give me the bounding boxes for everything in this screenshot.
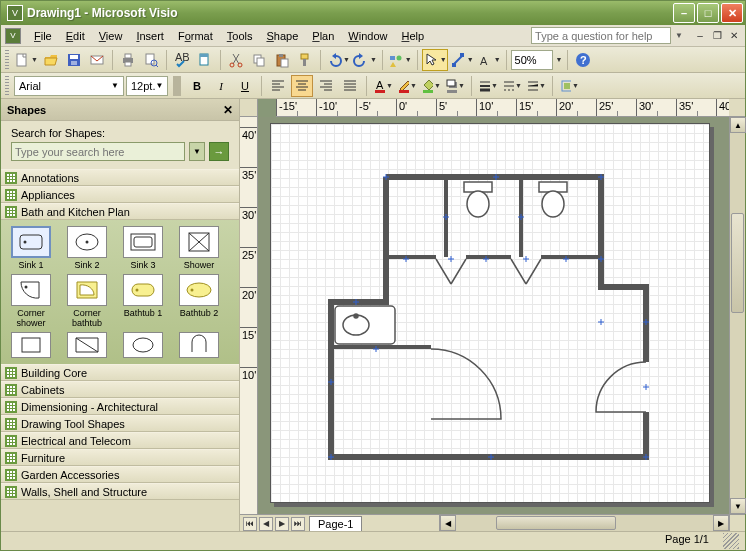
shape-search-input[interactable]: [11, 142, 185, 161]
shape-bathtub1[interactable]: Bathtub 1: [117, 274, 169, 328]
new-button[interactable]: ▼: [13, 49, 39, 71]
email-button[interactable]: [86, 49, 108, 71]
menu-insert[interactable]: Insert: [129, 28, 171, 44]
toolbar-grip[interactable]: [5, 50, 9, 70]
scroll-right-button[interactable]: ▶: [713, 515, 729, 531]
shape-corner-shower[interactable]: Corner shower: [5, 274, 57, 328]
open-button[interactable]: [40, 49, 62, 71]
menu-shape[interactable]: Shape: [259, 28, 305, 44]
undo-button[interactable]: ▼: [325, 49, 351, 71]
shape-partial[interactable]: [117, 332, 169, 358]
redo-button[interactable]: ▼: [352, 49, 378, 71]
category-electrical[interactable]: Electrical and Telecom: [1, 432, 239, 449]
menu-window[interactable]: Window: [341, 28, 394, 44]
category-bath-kitchen[interactable]: Bath and Kitchen Plan: [1, 203, 239, 220]
app-menu-icon[interactable]: V: [5, 28, 21, 44]
scroll-down-button[interactable]: ▼: [730, 498, 746, 514]
drawing-canvas[interactable]: [258, 117, 729, 514]
search-go-button[interactable]: →: [209, 142, 229, 161]
align-center-button[interactable]: [291, 75, 313, 97]
tab-prev-button[interactable]: ◀: [259, 517, 273, 531]
line-ends-button[interactable]: ▼: [525, 75, 547, 97]
tab-next-button[interactable]: ▶: [275, 517, 289, 531]
tab-first-button[interactable]: ⏮: [243, 517, 257, 531]
shape-partial[interactable]: [5, 332, 57, 358]
research-button[interactable]: [194, 49, 216, 71]
help-search-input[interactable]: [531, 27, 671, 44]
category-furniture[interactable]: Furniture: [1, 449, 239, 466]
menu-help[interactable]: Help: [394, 28, 431, 44]
menu-plan[interactable]: Plan: [305, 28, 341, 44]
category-appliances[interactable]: Appliances: [1, 186, 239, 203]
align-justify-button[interactable]: [339, 75, 361, 97]
help-dropdown-icon[interactable]: ▼: [675, 31, 683, 40]
fill-color-button[interactable]: ▼: [420, 75, 442, 97]
align-left-button[interactable]: [267, 75, 289, 97]
pointer-tool-button[interactable]: ▼: [422, 49, 448, 71]
doc-restore-button[interactable]: ❐: [710, 29, 724, 43]
bold-button[interactable]: B: [186, 75, 208, 97]
font-select[interactable]: Arial▼: [14, 76, 124, 96]
print-button[interactable]: [117, 49, 139, 71]
hscroll-track[interactable]: [456, 515, 713, 531]
zoom-select[interactable]: 50%: [511, 50, 553, 70]
shape-sink1[interactable]: Sink 1: [5, 226, 57, 270]
underline-button[interactable]: U: [234, 75, 256, 97]
minimize-button[interactable]: –: [673, 3, 695, 23]
shapes-window-button[interactable]: ▼: [387, 49, 413, 71]
vscroll-thumb[interactable]: [731, 213, 744, 313]
menu-tools[interactable]: Tools: [220, 28, 260, 44]
font-color-button[interactable]: A▼: [372, 75, 394, 97]
doc-minimize-button[interactable]: –: [693, 29, 707, 43]
shape-bathtub2[interactable]: Bathtub 2: [173, 274, 225, 328]
category-annotations[interactable]: Annotations: [1, 169, 239, 186]
doc-close-button[interactable]: ✕: [727, 29, 741, 43]
print-preview-button[interactable]: [140, 49, 162, 71]
shape-partial[interactable]: [173, 332, 225, 358]
help-button[interactable]: ?: [572, 49, 594, 71]
format-button[interactable]: ▼: [558, 75, 580, 97]
category-walls[interactable]: Walls, Shell and Structure: [1, 483, 239, 500]
search-dropdown-icon[interactable]: ▼: [189, 142, 205, 161]
menu-file[interactable]: File: [27, 28, 59, 44]
shadow-color-button[interactable]: ▼: [444, 75, 466, 97]
cut-button[interactable]: [225, 49, 247, 71]
scroll-up-button[interactable]: ▲: [730, 117, 746, 133]
font-size-select[interactable]: 12pt.▼: [126, 76, 168, 96]
line-weight-button[interactable]: ▼: [477, 75, 499, 97]
shape-partial[interactable]: [61, 332, 113, 358]
hscroll-thumb[interactable]: [496, 516, 616, 530]
floor-plan-selection[interactable]: [326, 172, 656, 462]
spelling-button[interactable]: ABC: [171, 49, 193, 71]
zoom-dropdown-icon[interactable]: ▼: [556, 56, 563, 63]
save-button[interactable]: [63, 49, 85, 71]
align-right-button[interactable]: [315, 75, 337, 97]
category-building-core[interactable]: Building Core: [1, 364, 239, 381]
category-cabinets[interactable]: Cabinets: [1, 381, 239, 398]
resize-grip-icon[interactable]: [723, 533, 739, 549]
line-pattern-button[interactable]: ▼: [501, 75, 523, 97]
category-garden[interactable]: Garden Accessories: [1, 466, 239, 483]
category-dimensioning[interactable]: Dimensioning - Architectural: [1, 398, 239, 415]
shapes-pane-close-icon[interactable]: ✕: [223, 103, 233, 117]
category-drawing-tool[interactable]: Drawing Tool Shapes: [1, 415, 239, 432]
tab-last-button[interactable]: ⏭: [291, 517, 305, 531]
shape-sink2[interactable]: Sink 2: [61, 226, 113, 270]
menu-edit[interactable]: Edit: [59, 28, 92, 44]
horizontal-ruler[interactable]: -15' -10' -5' 0' 5' 10' 15' 20' 25' 30' …: [276, 99, 729, 117]
italic-button[interactable]: I: [210, 75, 232, 97]
menu-view[interactable]: View: [92, 28, 130, 44]
shape-corner-bathtub[interactable]: Corner bathtub: [61, 274, 113, 328]
paste-button[interactable]: [271, 49, 293, 71]
shape-shower[interactable]: Shower: [173, 226, 225, 270]
line-color-button[interactable]: ▼: [396, 75, 418, 97]
copy-button[interactable]: [248, 49, 270, 71]
scroll-left-button[interactable]: ◀: [440, 515, 456, 531]
page-tab-1[interactable]: Page-1: [309, 516, 362, 532]
toolbar-grip[interactable]: [5, 76, 9, 96]
vertical-ruler[interactable]: 40' 35' 30' 25' 20' 15' 10': [240, 117, 258, 514]
maximize-button[interactable]: □: [697, 3, 719, 23]
connector-tool-button[interactable]: ▼: [449, 49, 475, 71]
close-button[interactable]: ✕: [721, 3, 743, 23]
shape-sink3[interactable]: Sink 3: [117, 226, 169, 270]
